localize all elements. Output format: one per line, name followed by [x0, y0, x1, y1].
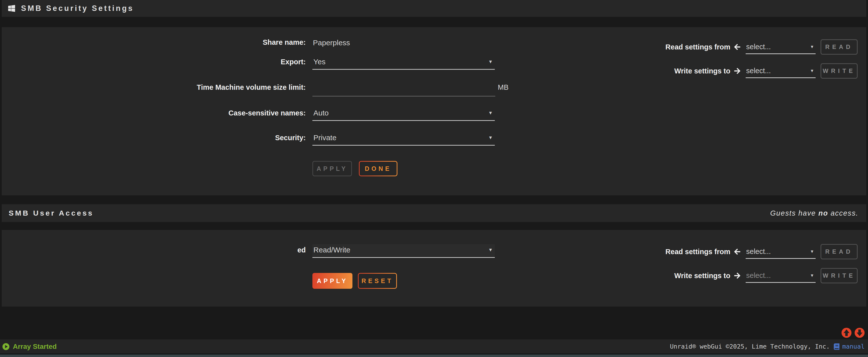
smb-security-panel: Share name: Paperpless Export: Yes ▼ Tim… [2, 27, 866, 195]
smb-user-access-header: SMB User Access Guests have no access. [2, 204, 866, 222]
write-button[interactable]: WRITE [820, 268, 858, 283]
export-select[interactable]: Yes ▼ [312, 58, 495, 70]
caret-down-icon: ▼ [810, 68, 814, 73]
play-circle-icon [2, 343, 10, 351]
scroll-to-top-button[interactable] [841, 327, 852, 338]
case-sensitive-select[interactable]: Auto ▼ [312, 109, 495, 121]
apply-button[interactable]: APPLY [312, 161, 352, 176]
array-status: Array Started [2, 343, 57, 351]
guest-access-note-prefix: Guests have [770, 209, 818, 217]
write-settings-label: Write settings to [607, 272, 730, 280]
arrow-circle-up-icon [841, 327, 852, 338]
user-ed-access-select-value: Read/Write [313, 246, 350, 254]
arrow-left-icon [733, 248, 741, 255]
write-settings-label: Write settings to [607, 67, 730, 75]
security-label: Security: [2, 134, 306, 142]
read-settings-row: Read settings from select... ▼ READ [607, 39, 864, 55]
time-machine-limit-label: Time Machine volume size limit: [2, 83, 306, 91]
read-button[interactable]: READ [820, 39, 858, 55]
time-machine-limit-suffix: MB [498, 83, 509, 91]
case-sensitive-select-value: Auto [313, 109, 329, 117]
caret-down-icon: ▼ [488, 247, 493, 253]
write-settings-select[interactable]: select... ▼ [746, 67, 816, 78]
apply-button[interactable]: APPLY [312, 273, 352, 289]
array-status-text: Array Started [13, 343, 57, 351]
read-settings-select[interactable]: select... ▼ [746, 247, 816, 259]
page-title: SMB Security Settings [21, 4, 134, 13]
reset-button-label: RESET [359, 274, 396, 288]
windows-logo-icon [8, 4, 16, 12]
time-machine-limit-input[interactable] [312, 84, 495, 96]
write-settings-select[interactable]: select... ▼ [746, 271, 816, 283]
manual-link[interactable]: manual [833, 343, 865, 350]
read-settings-select[interactable]: select... ▼ [746, 43, 816, 54]
manual-link-label: manual [842, 343, 865, 350]
write-button[interactable]: WRITE [820, 63, 858, 79]
arrow-right-icon [733, 272, 741, 279]
scroll-to-bottom-button[interactable] [854, 327, 865, 338]
export-select-value: Yes [313, 58, 326, 66]
status-bar: Array Started Unraid® webGui ©2025, Lime… [0, 339, 868, 354]
done-button-label: DONE [360, 162, 397, 176]
copyright-text: Unraid® webGui ©2025, Lime Technology, I… [670, 343, 830, 350]
write-settings-row: Write settings to select... ▼ WRITE [607, 63, 864, 79]
smb-user-access-panel: ed Read/Write ▼ APPLY RESET Read setting… [2, 230, 866, 306]
read-button[interactable]: READ [820, 244, 858, 259]
arrow-left-icon [733, 43, 741, 51]
arrow-circle-down-icon [854, 327, 865, 338]
done-button[interactable]: DONE [359, 161, 397, 176]
export-label: Export: [2, 58, 306, 66]
user-ed-access-select[interactable]: Read/Write ▼ [312, 244, 495, 258]
bottom-edge-strip [0, 355, 868, 357]
user-ed-label: ed [2, 246, 306, 254]
arrow-right-icon [733, 67, 741, 75]
smb-user-access-title: SMB User Access [9, 209, 94, 217]
caret-down-icon: ▼ [488, 110, 493, 116]
caret-down-icon: ▼ [810, 249, 814, 254]
caret-down-icon: ▼ [810, 273, 814, 278]
page-title-bar: SMB Security Settings [2, 0, 866, 17]
caret-down-icon: ▼ [488, 59, 493, 64]
guest-access-note: Guests have no access. [770, 209, 858, 217]
security-select-value: Private [313, 133, 336, 142]
book-icon [833, 344, 840, 350]
guest-access-note-suffix: access. [828, 209, 858, 217]
read-settings-label: Read settings from [607, 248, 730, 256]
caret-down-icon: ▼ [488, 135, 493, 141]
guest-access-note-bold: no [818, 209, 828, 217]
scroll-arrows [841, 327, 865, 338]
caret-down-icon: ▼ [810, 44, 814, 50]
write-settings-row: Write settings to select... ▼ WRITE [607, 268, 864, 284]
write-settings-select-value: select... [746, 271, 771, 279]
read-settings-label: Read settings from [607, 43, 730, 51]
read-settings-row: Read settings from select... ▼ READ [607, 244, 864, 260]
security-select[interactable]: Private ▼ [312, 133, 495, 146]
read-settings-select-value: select... [746, 247, 771, 256]
write-settings-select-value: select... [746, 67, 771, 75]
share-name-value: Paperpless [313, 38, 350, 47]
footer-right: Unraid® webGui ©2025, Lime Technology, I… [670, 343, 865, 350]
case-sensitive-label: Case-sensitive names: [2, 109, 306, 117]
reset-button[interactable]: RESET [358, 273, 397, 289]
read-settings-select-value: select... [746, 43, 771, 51]
share-name-label: Share name: [2, 38, 306, 47]
